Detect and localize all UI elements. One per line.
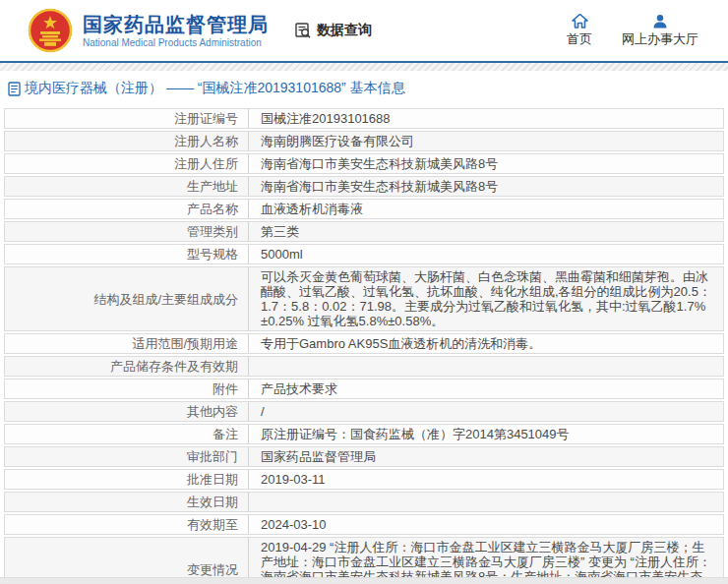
row-value: 国家药品监督管理局 (249, 447, 723, 466)
table-row: 结构及组成/主要组成成分可以杀灭金黄色葡萄球菌、大肠杆菌、白色念珠菌、黑曲霉菌和… (4, 266, 724, 331)
row-label: 注册证编号 (5, 109, 249, 128)
breadcrumb-text: 境内医疗器械（注册） —— “国械注准20193101688” 基本信息 (25, 80, 405, 97)
row-value: 专用于Gambro AK95S血液透析机的清洗和消毒。 (249, 334, 723, 353)
row-label: 产品名称 (5, 200, 249, 218)
row-label-text: 变更情况 (187, 562, 238, 577)
data-query-label: 数据查询 (294, 22, 372, 39)
row-label: 注册人名称 (5, 132, 249, 150)
row-value: 海南省海口市美安生态科技新城美风路8号 (249, 154, 723, 173)
table-row: 产品名称血液透析机消毒液 (4, 199, 724, 219)
row-label: 生效日期 (5, 493, 249, 511)
header-nav: 首页 网上办事大厅 (567, 14, 714, 48)
row-value: 2019-03-11 (249, 470, 723, 489)
breadcrumb: 境内医疗器械（注册） —— “国械注准20193101688” 基本信息 (8, 80, 405, 97)
table-row: 审批部门国家药品监督管理局 (4, 446, 724, 467)
row-value: 5000ml (249, 245, 723, 263)
row-label-text: 生效日期 (187, 495, 238, 509)
table-row: 生效日期 (4, 492, 724, 512)
row-label-text: 生产地址 (187, 179, 238, 194)
header-hatch-strip (0, 63, 728, 71)
row-label-text: 注册证编号 (174, 111, 238, 126)
row-value: / (249, 402, 723, 421)
data-query-icon (294, 22, 312, 39)
table-row: 附件产品技术要求 (4, 379, 724, 399)
breadcrumb-bar: 境内医疗器械（注册） —— “国械注准20193101688” 基本信息 (0, 71, 728, 106)
row-label: 适用范围/预期用途 (5, 334, 249, 353)
row-label-text: 审批部门 (187, 449, 238, 464)
row-label-text: 附件 (212, 381, 238, 396)
row-label: 管理类别 (5, 222, 249, 241)
document-icon (8, 82, 21, 96)
table-row: 批准日期2019-03-11 (4, 469, 724, 490)
row-label-text: 适用范围/预期用途 (132, 336, 238, 351)
nav-online-hall-label: 网上办事大厅 (622, 30, 698, 48)
table-row: 适用范围/预期用途专用于Gambro AK95S血液透析机的清洗和消毒。 (4, 333, 724, 354)
row-label-text: 其他内容 (187, 404, 238, 419)
row-value: 可以杀灭金黄色葡萄球菌、大肠杆菌、白色念珠菌、黑曲霉菌和细菌芽孢。由冰醋酸、过氧… (249, 267, 723, 330)
row-value: 国械注准20193101688 (249, 109, 723, 128)
row-value (249, 493, 723, 511)
row-value: 海南朗腾医疗设备有限公司 (249, 132, 723, 150)
row-value: 2024-03-10 (249, 515, 723, 534)
row-label-text: 有效期至 (187, 517, 238, 532)
row-label-text: 注册人名称 (174, 134, 238, 148)
row-label: 注册人住所 (5, 154, 249, 173)
table-row: 型号规格5000ml (4, 244, 724, 264)
org-title-block: 国家药品监督管理局 National Medical Products Admi… (83, 13, 269, 49)
row-label-text: 型号规格 (187, 247, 238, 262)
row-value: 原注册证编号：国食药监械（准）字2014第3451049号 (249, 425, 723, 443)
home-icon (572, 14, 588, 29)
national-emblem-icon (28, 8, 73, 53)
site-header: 国家药品监督管理局 National Medical Products Admi… (0, 0, 728, 63)
row-label: 审批部门 (5, 447, 249, 466)
table-row: 生产地址海南省海口市美安生态科技新城美风路8号 (4, 176, 724, 197)
org-name-zh: 国家药品监督管理局 (83, 13, 269, 36)
row-value: 产品技术要求 (249, 380, 723, 398)
table-row: 管理类别第三类 (4, 221, 724, 242)
row-value: 第三类 (249, 222, 723, 241)
row-label: 备注 (5, 425, 249, 443)
table-row: 备注原注册证编号：国食药监械（准）字2014第3451049号 (4, 424, 724, 444)
row-value (249, 357, 723, 376)
row-label: 生产地址 (5, 177, 249, 196)
nav-home-label: 首页 (567, 30, 592, 48)
table-row: 注册人名称海南朗腾医疗设备有限公司 (4, 131, 724, 151)
row-value: 血液透析机消毒液 (249, 200, 723, 218)
row-label: 型号规格 (5, 245, 249, 263)
row-label-text: 备注 (212, 427, 238, 441)
row-label-text: 注册人住所 (174, 156, 238, 171)
row-label-text: 批准日期 (187, 472, 238, 487)
row-value: 海南省海口市美安生态科技新城美风路8号 (249, 177, 723, 196)
row-label: 产品储存条件及有效期 (5, 357, 249, 376)
row-label-text: 结构及组成/主要组成成分 (93, 292, 238, 307)
row-label-text: 管理类别 (187, 224, 238, 239)
row-label: 有效期至 (5, 515, 249, 534)
nav-online-hall[interactable]: 网上办事大厅 (622, 14, 698, 48)
table-row: 注册证编号国械注准20193101688 (4, 108, 724, 129)
table-row: 其他内容/ (4, 401, 724, 422)
row-label: 结构及组成/主要组成成分 (5, 267, 249, 330)
row-label: 批准日期 (5, 470, 249, 489)
table-row: 注册人住所海南省海口市美安生态科技新城美风路8号 (4, 153, 724, 174)
table-row: 产品储存条件及有效期 (4, 356, 724, 377)
row-label: 其他内容 (5, 402, 249, 421)
table-row: 有效期至2024-03-10 (4, 514, 724, 535)
org-name-en: National Medical Products Administration (83, 36, 269, 49)
footer-strip (0, 577, 728, 584)
registration-info-table: 注册证编号国械注准20193101688注册人名称海南朗腾医疗设备有限公司注册人… (0, 106, 728, 584)
row-label-text: 产品名称 (187, 202, 238, 216)
row-label: 附件 (5, 380, 249, 398)
row-label-text: 产品储存条件及有效期 (110, 359, 238, 374)
person-icon (652, 14, 668, 29)
nav-home[interactable]: 首页 (567, 14, 592, 48)
